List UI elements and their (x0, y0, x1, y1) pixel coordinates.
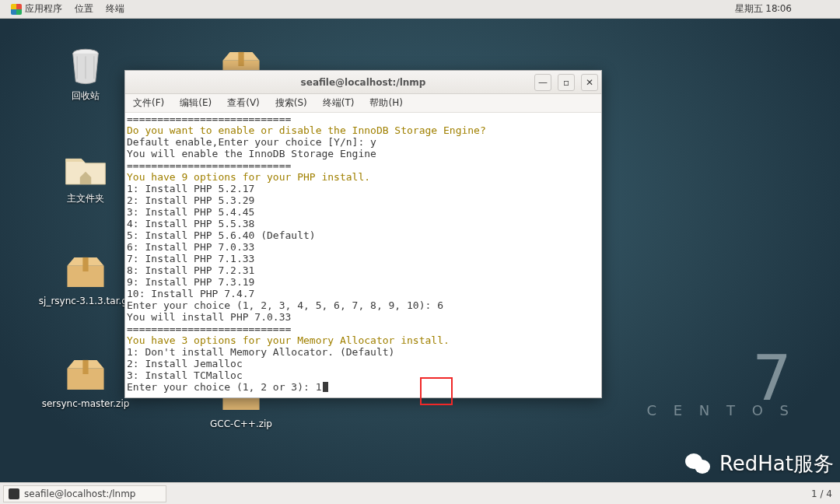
bottom-panel: seafile@localhost:/lnmp 1 / 4 (0, 482, 840, 504)
archive-sersync-icon[interactable]: sersync-master.zip (35, 352, 136, 409)
menu-terminal[interactable]: 终端(T) (315, 96, 362, 110)
power-icon[interactable] (823, 0, 835, 18)
close-button[interactable]: ✕ (581, 74, 598, 91)
places-menu[interactable]: 位置 (68, 0, 100, 18)
home-folder-icon[interactable]: 主文件夹 (35, 146, 136, 204)
top-panel: 应用程序 位置 终端 星期五 18∶06 (0, 0, 840, 19)
centos-watermark: 7 C E N T O S (646, 355, 795, 418)
terminal-body[interactable]: =========================== Do you want … (125, 113, 601, 393)
archive-sjrsync-icon[interactable]: sj_rsync-3.1.3.tar.gz (35, 249, 136, 306)
trash-icon[interactable]: 回收站 (35, 44, 136, 101)
minimize-button[interactable]: — (534, 74, 551, 91)
menu-edit[interactable]: 编辑(E) (172, 96, 219, 110)
menu-view[interactable]: 查看(V) (219, 96, 268, 110)
terminal-window: seafile@localhost:/lnmp — ▫ ✕ 文件(F) 编辑(E… (124, 70, 602, 398)
menubar: 文件(F) 编辑(E) 查看(V) 搜索(S) 终端(T) 帮助(H) (125, 94, 601, 113)
redhat-overlay-text: RedHat服务 (719, 450, 834, 478)
taskbar-terminal[interactable]: seafile@localhost:/lnmp (3, 485, 166, 502)
window-title: seafile@localhost:/lnmp (125, 77, 601, 88)
terminal-task-icon (9, 488, 19, 499)
clock[interactable]: 星期五 18∶06 (729, 0, 798, 18)
redhat-overlay: RedHat服务 (685, 450, 834, 478)
volume-icon[interactable] (810, 0, 823, 18)
menu-help[interactable]: 帮助(H) (362, 96, 410, 110)
menu-search[interactable]: 搜索(S) (268, 96, 315, 110)
terminal-menu[interactable]: 终端 (100, 0, 131, 18)
maximize-button[interactable]: ▫ (558, 74, 575, 91)
applications-menu[interactable]: 应用程序 (5, 0, 68, 18)
workspace-indicator[interactable]: 1 / 4 (803, 488, 840, 499)
gnome-logo-icon (11, 4, 22, 15)
menu-file[interactable]: 文件(F) (125, 96, 172, 110)
applications-label: 应用程序 (25, 2, 62, 16)
network-icon[interactable] (798, 0, 810, 18)
titlebar[interactable]: seafile@localhost:/lnmp — ▫ ✕ (125, 71, 601, 94)
wechat-icon (685, 452, 715, 477)
cursor (323, 382, 328, 392)
